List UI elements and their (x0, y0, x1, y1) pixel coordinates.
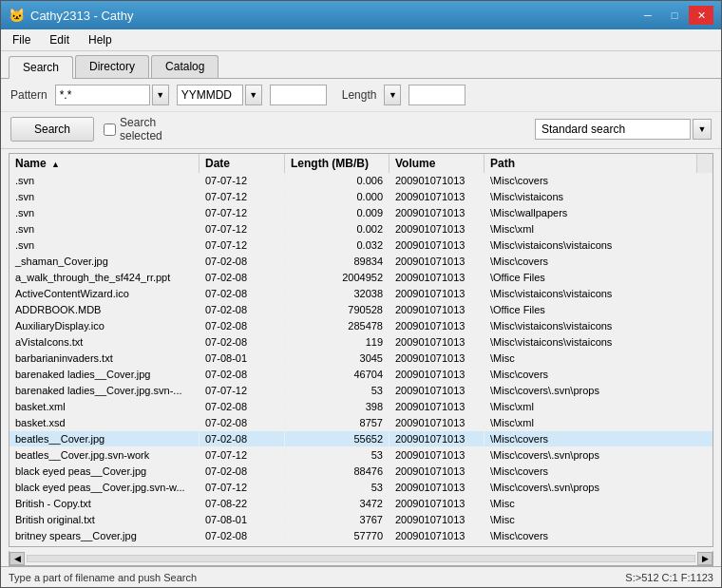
cell-date: 07-08-01 (200, 351, 285, 366)
tab-catalog[interactable]: Catalog (151, 55, 218, 78)
table-row[interactable]: ADDRBOOK.MDB 07-02-08 790528 20090107101… (10, 302, 712, 318)
cell-volume: 200901071013 (390, 173, 484, 188)
cell-name: a_walk_through_the_sf424_rr.ppt (10, 270, 200, 285)
col-header-volume[interactable]: Volume (390, 154, 484, 173)
cell-path: \Misc\vistaicons\vistaicons (484, 286, 712, 301)
cell-date: 07-02-08 (200, 464, 285, 479)
table-row[interactable]: barbarianinvaders.txt 07-08-01 3045 2009… (10, 351, 712, 367)
cell-path: \Misc\covers\.svn\props (484, 544, 712, 546)
table-header-cols: Name ▲ Date Length (MB/B) Volume Path (10, 154, 696, 173)
table-row[interactable]: basket.xsd 07-02-08 8757 200901071013 \M… (10, 415, 712, 431)
cell-volume: 200901071013 (390, 512, 484, 527)
date-range-input[interactable] (270, 85, 327, 105)
table-row[interactable]: British original.txt 07-08-01 3767 20090… (10, 512, 712, 528)
table-row[interactable]: aVistaIcons.txt 07-02-08 119 20090107101… (10, 334, 712, 351)
search-button[interactable]: Search (10, 117, 94, 142)
cell-name: British - Copy.txt (10, 496, 200, 511)
col-header-date[interactable]: Date (200, 154, 285, 173)
pattern-input[interactable] (55, 85, 150, 105)
cell-name: aVistaIcons.txt (10, 334, 200, 350)
col-header-path[interactable]: Path (484, 154, 696, 173)
search-selected-checkbox[interactable] (104, 123, 116, 136)
title-bar: 🐱 Cathy2313 - Cathy ─ □ ✕ (1, 1, 721, 29)
cell-length: 0.000 (285, 189, 390, 204)
cell-name: .svn (10, 205, 200, 220)
cell-path: \Misc (484, 512, 712, 527)
scroll-right-btn[interactable]: ▶ (697, 552, 712, 565)
cell-date: 07-07-12 (200, 383, 285, 398)
cell-date: 07-02-08 (200, 318, 285, 333)
date-input[interactable] (177, 85, 243, 105)
menu-help[interactable]: Help (81, 31, 120, 48)
cell-date: 07-02-08 (200, 528, 285, 543)
cell-date: 07-07-12 (200, 205, 285, 220)
cell-date: 07-07-12 (200, 189, 285, 204)
cell-volume: 200901071013 (390, 496, 484, 511)
table-row[interactable]: black eyed peas__Cover.jpg 07-02-08 8847… (10, 464, 712, 480)
table-row[interactable]: beatles__Cover.jpg 07-02-08 55652 200901… (10, 431, 712, 447)
standard-search-group: ▼ (535, 119, 712, 140)
cell-length: 53 (285, 480, 390, 495)
table-row[interactable]: ActiveContentWizard.ico 07-02-08 32038 2… (10, 286, 712, 302)
table-row[interactable]: britney spears__Cover.jpg 07-02-08 57770… (10, 528, 712, 544)
horizontal-scrollbar[interactable]: ◀ ▶ (9, 551, 713, 566)
app-icon: 🐱 (9, 8, 25, 23)
cell-path: \Misc\xml (484, 415, 712, 430)
scroll-left-btn[interactable]: ◀ (10, 552, 25, 565)
cell-name: basket.xml (10, 399, 200, 414)
table-body[interactable]: .svn 07-07-12 0.006 200901071013 \Misc\c… (10, 173, 712, 546)
cell-date: 07-07-12 (200, 221, 285, 237)
menu-edit[interactable]: Edit (42, 31, 77, 48)
cell-volume: 200901071013 (390, 544, 484, 546)
table-row[interactable]: .svn 07-07-12 0.000 200901071013 \Misc\v… (10, 189, 712, 205)
col-header-name[interactable]: Name ▲ (10, 154, 200, 173)
cell-volume: 200901071013 (390, 189, 484, 204)
minimize-button[interactable]: ─ (636, 6, 660, 25)
close-button[interactable]: ✕ (689, 6, 713, 25)
standard-search-dropdown-btn[interactable]: ▼ (693, 119, 712, 140)
cell-path: \Misc\covers\.svn\props (484, 480, 712, 495)
table-row[interactable]: .svn 07-07-12 0.006 200901071013 \Misc\c… (10, 173, 712, 189)
table-row[interactable]: .svn 07-07-12 0.002 200901071013 \Misc\x… (10, 221, 712, 237)
cell-length: 2004952 (285, 270, 390, 285)
toolbar-row2: Search Searchselected ▼ (1, 112, 721, 149)
table-row[interactable]: black eyed peas__Cover.jpg.svn-w... 07-0… (10, 480, 712, 496)
tab-directory[interactable]: Directory (75, 55, 149, 78)
table-row[interactable]: _shaman_Cover.jpg 07-02-08 89834 2009010… (10, 254, 712, 270)
table-row[interactable]: British - Copy.txt 07-08-22 3472 2009010… (10, 496, 712, 512)
table-row[interactable]: .svn 07-07-12 0.032 200901071013 \Misc\v… (10, 237, 712, 254)
length-group: ▼ (384, 85, 401, 105)
table-row[interactable]: .svn 07-07-12 0.009 200901071013 \Misc\w… (10, 205, 712, 221)
cell-name: black eyed peas__Cover.jpg.svn-w... (10, 480, 200, 495)
cell-name: .svn (10, 221, 200, 237)
table-row[interactable]: britney spears__Cover.jpg.svn-work 07-07… (10, 544, 712, 546)
cell-path: \Misc\covers (484, 173, 712, 188)
pattern-dropdown-btn[interactable]: ▼ (152, 85, 169, 105)
cell-date: 07-07-12 (200, 480, 285, 495)
standard-search-input[interactable] (535, 119, 691, 140)
main-table: Name ▲ Date Length (MB/B) Volume Path (9, 153, 713, 547)
col-header-length[interactable]: Length (MB/B) (285, 154, 390, 173)
status-hint: Type a part of filename and push Search (9, 572, 197, 583)
date-dropdown-btn[interactable]: ▼ (245, 85, 262, 105)
length-dropdown-btn[interactable]: ▼ (384, 85, 401, 105)
table-row[interactable]: AuxiliaryDisplay.ico 07-02-08 285478 200… (10, 318, 712, 334)
cell-name: AuxiliaryDisplay.ico (10, 318, 200, 333)
status-right: S:>512 C:1 F:1123 (625, 572, 713, 583)
maximize-button[interactable]: □ (662, 6, 687, 25)
cell-path: \Misc\wallpapers (484, 205, 712, 220)
tab-search[interactable]: Search (9, 56, 73, 79)
table-row[interactable]: barenaked ladies__Cover.jpg.svn-... 07-0… (10, 383, 712, 399)
table-row[interactable]: a_walk_through_the_sf424_rr.ppt 07-02-08… (10, 270, 712, 286)
window-title: Cathy2313 - Cathy (30, 9, 133, 23)
menu-file[interactable]: File (5, 31, 38, 48)
table-row[interactable]: basket.xml 07-02-08 398 200901071013 \Mi… (10, 399, 712, 415)
table-row[interactable]: barenaked ladies__Cover.jpg 07-02-08 467… (10, 367, 712, 383)
length-value-input[interactable] (408, 85, 466, 105)
cell-name: British original.txt (10, 512, 200, 527)
cell-path: \Misc\covers\.svn\props (484, 447, 712, 463)
table-row[interactable]: beatles__Cover.jpg.svn-work 07-07-12 53 … (10, 447, 712, 464)
cell-name: .svn (10, 237, 200, 253)
cell-name: barenaked ladies__Cover.jpg (10, 367, 200, 382)
cell-path: \Misc\covers (484, 528, 712, 543)
